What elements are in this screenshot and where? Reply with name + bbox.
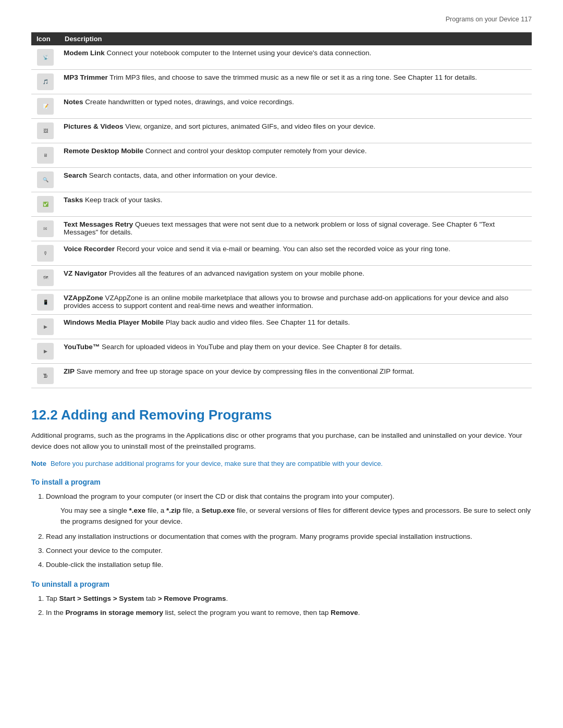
desc-bold-label: MP3 Trimmer	[64, 73, 108, 81]
section-number: 12.2	[31, 407, 58, 423]
uninstall-step: In the Programs in storage memory list, …	[46, 608, 532, 619]
page-header: Programs on your Device 117	[31, 16, 532, 23]
desc-bold-label: VZAppZone	[64, 294, 103, 302]
windows-media-icon: ▶	[31, 315, 59, 339]
install-steps-list: Download the program to your computer (o…	[31, 491, 532, 571]
install-step: Read any installation instructions or do…	[46, 532, 532, 542]
table-cell-desc: VZ Navigator Provides all the features o…	[59, 266, 532, 290]
desc-bold-label: Text Messages Retry	[64, 220, 133, 228]
tasks-icon: ✅	[31, 192, 59, 217]
pictures-videos-icon: 🖼	[31, 119, 59, 143]
install-sub-para: You may see a single *.exe file, a *.zip…	[60, 505, 532, 527]
mp3-trimmer-icon: 🎵	[31, 70, 59, 94]
note-label: Note	[31, 459, 46, 469]
table-row: 🗜ZIP Save memory and free up storage spa…	[31, 364, 532, 388]
modem-link-icon: 📡	[31, 45, 59, 70]
section-intro: Additional programs, such as the program…	[31, 430, 532, 452]
desc-text: Create handwritten or typed notes, drawi…	[83, 98, 294, 106]
desc-text: Provides all the features of an advanced…	[107, 269, 364, 277]
table-cell-desc: Remote Desktop Mobile Connect and contro…	[59, 143, 532, 168]
desc-bold-label: Windows Media Player Mobile	[64, 318, 164, 326]
table-row: 📡Modem Link Connect your notebook comput…	[31, 45, 532, 70]
desc-text: VZAppZone is an online mobile marketplac…	[64, 294, 508, 310]
remote-desktop-icon: 🖥	[31, 143, 59, 168]
table-row: 📝Notes Create handwritten or typed notes…	[31, 94, 532, 119]
section-title: Adding and Removing Programs	[61, 407, 272, 423]
table-row: ✅Tasks Keep track of your tasks.	[31, 192, 532, 217]
table-row: ✉Text Messages Retry Queues text message…	[31, 217, 532, 241]
desc-text: Keep track of your tasks.	[83, 196, 162, 204]
table-cell-desc: Tasks Keep track of your tasks.	[59, 192, 532, 217]
table-cell-desc: Modem Link Connect your notebook compute…	[59, 45, 532, 70]
table-cell-desc: ZIP Save memory and free up storage spac…	[59, 364, 532, 388]
desc-bold-label: Voice Recorder	[64, 245, 115, 253]
search-icon: 🔍	[31, 168, 59, 192]
youtube-icon: ▶	[31, 339, 59, 364]
table-row: 🖼Pictures & Videos View, organize, and s…	[31, 119, 532, 143]
table-row: 🔍Search Search contacts, data, and other…	[31, 168, 532, 192]
table-cell-desc: YouTube™ Search for uploaded videos in Y…	[59, 339, 532, 364]
section-12-2: 12.2 Adding and Removing Programs Additi…	[31, 407, 532, 619]
zip-icon: 🗜	[31, 364, 59, 388]
desc-text: Record your voice and send it via e-mail…	[115, 245, 450, 253]
table-cell-desc: VZAppZone VZAppZone is an online mobile …	[59, 290, 532, 315]
table-row: 🖥Remote Desktop Mobile Connect and contr…	[31, 143, 532, 168]
uninstall-steps-list: Tap Start > Settings > System tab > Remo…	[31, 594, 532, 619]
install-subsection: To install a program Download the progra…	[31, 478, 532, 571]
table-row: 📱VZAppZone VZAppZone is an online mobile…	[31, 290, 532, 315]
desc-text: Connect and control your desktop compute…	[143, 147, 366, 155]
vzappzone-icon: 📱	[31, 290, 59, 315]
desc-bold-label: YouTube™	[64, 343, 100, 351]
table-row: 🗺VZ Navigator Provides all the features …	[31, 266, 532, 290]
desc-bold-label: VZ Navigator	[64, 269, 107, 277]
install-step: Download the program to your computer (o…	[46, 491, 532, 502]
desc-text: Search for uploaded videos in YouTube an…	[100, 343, 402, 351]
text-messages-icon: ✉	[31, 217, 59, 241]
table-cell-desc: Pictures & Videos View, organize, and so…	[59, 119, 532, 143]
note-text: Before you purchase additional programs …	[51, 459, 383, 469]
table-row: ▶YouTube™ Search for uploaded videos in …	[31, 339, 532, 364]
desc-text: Save memory and free up storage space on…	[75, 367, 414, 375]
desc-bold-label: Notes	[64, 98, 83, 106]
desc-bold-label: Remote Desktop Mobile	[64, 147, 143, 155]
desc-bold-label: Search	[64, 171, 87, 179]
note-block: Note Before you purchase additional prog…	[31, 459, 532, 469]
table-cell-desc: Voice Recorder Record your voice and sen…	[59, 241, 532, 266]
section-heading: 12.2 Adding and Removing Programs	[31, 407, 532, 423]
install-title: To install a program	[31, 478, 532, 486]
desc-text: Search contacts, data, and other informa…	[87, 171, 277, 179]
table-cell-desc: Search Search contacts, data, and other …	[59, 168, 532, 192]
table-cell-desc: Windows Media Player Mobile Play back au…	[59, 315, 532, 339]
desc-text: Connect your notebook computer to the In…	[105, 49, 371, 57]
desc-bold-label: Tasks	[64, 196, 83, 204]
table-cell-desc: Text Messages Retry Queues text messages…	[59, 217, 532, 241]
table-cell-desc: Notes Create handwritten or typed notes,…	[59, 94, 532, 119]
uninstall-step: Tap Start > Settings > System tab > Remo…	[46, 594, 532, 604]
table-cell-desc: MP3 Trimmer Trim MP3 files, and choose t…	[59, 70, 532, 94]
voice-recorder-icon: 🎙	[31, 241, 59, 266]
programs-table: Icon Description 📡Modem Link Connect you…	[31, 32, 532, 388]
desc-bold-label: Pictures & Videos	[64, 122, 124, 130]
desc-text: View, organize, and sort pictures, anima…	[124, 122, 376, 130]
install-step: Double-click the installation setup file…	[46, 560, 532, 571]
table-row: ▶Windows Media Player Mobile Play back a…	[31, 315, 532, 339]
uninstall-subsection: To uninstall a program Tap Start > Setti…	[31, 580, 532, 619]
notes-icon: 📝	[31, 94, 59, 119]
page-header-text: Programs on your Device 117	[446, 16, 532, 23]
table-row: 🎵MP3 Trimmer Trim MP3 files, and choose …	[31, 70, 532, 94]
desc-bold-label: ZIP	[64, 367, 75, 375]
desc-bold-label: Modem Link	[64, 49, 105, 57]
vz-navigator-icon: 🗺	[31, 266, 59, 290]
table-col-icon: Icon	[31, 32, 59, 45]
desc-text: Trim MP3 files, and choose to save the t…	[108, 73, 477, 81]
install-step: Connect your device to the computer.	[46, 546, 532, 557]
desc-text: Play back audio and video files. See Cha…	[164, 318, 350, 326]
uninstall-title: To uninstall a program	[31, 580, 532, 588]
table-col-desc: Description	[59, 32, 532, 45]
table-row: 🎙Voice Recorder Record your voice and se…	[31, 241, 532, 266]
